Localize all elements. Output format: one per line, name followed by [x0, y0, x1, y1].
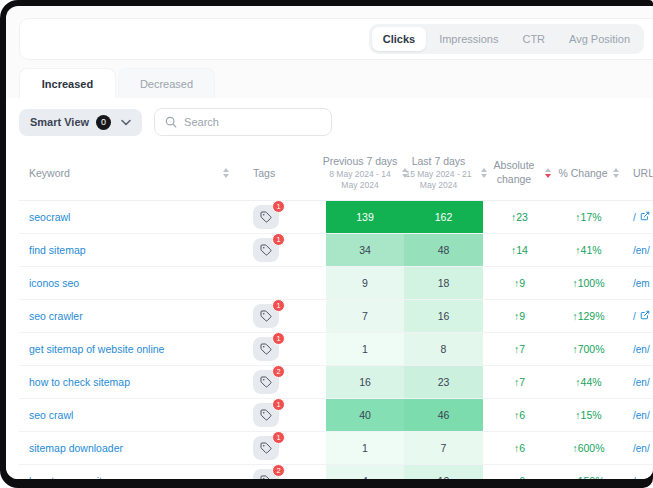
external-link-icon[interactable]: [640, 211, 650, 223]
window-frame: Clicks Impressions CTR Avg Position Incr…: [0, 0, 653, 488]
keyword-link[interactable]: seo crawler: [29, 310, 83, 322]
tag-count-badge: 1: [272, 398, 285, 411]
search-icon: [165, 116, 177, 128]
last-value-cell: 16: [404, 300, 483, 332]
last-value-cell: 8: [404, 333, 483, 365]
keywords-table: Keyword Tags Previous 7 days 8 May 2024 …: [19, 146, 653, 479]
url-link[interactable]: /en/: [633, 443, 650, 454]
tab-impressions[interactable]: Impressions: [428, 27, 509, 51]
last-value-cell: 10: [404, 465, 483, 479]
prev-value-cell: 34: [326, 234, 404, 266]
table-row: find sitemap 1 34 48 ↑14 ↑41% /en/: [19, 234, 653, 267]
url-link[interactable]: /en/: [633, 344, 650, 355]
search-box: [154, 108, 332, 136]
url-link[interactable]: /en/: [633, 410, 650, 421]
table-row: seo crawl 1 40 46 ↑6 ↑15% /en/: [19, 399, 653, 432]
table-row: seo crawler 1 7 16 ↑9 ↑129% /: [19, 300, 653, 333]
tag-count-badge: 2: [272, 365, 285, 378]
tab-ctr[interactable]: CTR: [511, 27, 556, 51]
tab-clicks[interactable]: Clicks: [372, 27, 426, 51]
table-row: sitemap downloader 1 1 7 ↑6 ↑600% /en/: [19, 432, 653, 465]
percent-change-value: ↑17%: [556, 201, 621, 233]
keyword-link[interactable]: iconos seo: [29, 277, 79, 289]
tag-count-badge: 1: [272, 299, 285, 312]
keyword-link[interactable]: find sitemap: [29, 244, 86, 256]
absolute-change-value: ↑23: [483, 201, 556, 233]
keyword-link[interactable]: sitemap downloader: [29, 442, 123, 454]
percent-change-value: ↑700%: [556, 333, 621, 365]
absolute-change-value: ↑6: [483, 399, 556, 431]
table-row: how to see a sitemap 2 4 10 ↑6 ↑150% /en…: [19, 465, 653, 479]
tag-button[interactable]: 1: [253, 205, 279, 229]
tab-avg-position[interactable]: Avg Position: [558, 27, 641, 51]
col-header-absolute-change: Absolute change: [488, 159, 540, 186]
tag-button[interactable]: 1: [253, 304, 279, 328]
percent-change-value: ↑41%: [556, 234, 621, 266]
controls-row: Smart View 0: [19, 108, 653, 136]
url-link[interactable]: /: [633, 311, 636, 322]
col-header-url: URL: [633, 167, 653, 179]
percent-change-value: ↑100%: [556, 267, 621, 299]
tab-decreased[interactable]: Decreased: [118, 68, 215, 98]
metric-selector-card: Clicks Impressions CTR Avg Position: [19, 18, 653, 60]
metric-segmented-control: Clicks Impressions CTR Avg Position: [369, 24, 644, 54]
app-screen: Clicks Impressions CTR Avg Position Incr…: [6, 6, 653, 479]
tag-count-badge: 1: [272, 200, 285, 213]
smart-view-dropdown[interactable]: Smart View 0: [19, 109, 142, 136]
prev-value-cell: 40: [326, 399, 404, 431]
last-value-cell: 7: [404, 432, 483, 464]
tag-count-badge: 1: [272, 233, 285, 246]
search-input[interactable]: [184, 116, 321, 128]
sort-icon-keyword[interactable]: [223, 168, 229, 178]
url-link[interactable]: /en/: [633, 377, 650, 388]
col-header-keyword: Keyword: [29, 167, 70, 179]
tab-increased[interactable]: Increased: [19, 68, 116, 98]
absolute-change-value: ↑6: [483, 465, 556, 479]
absolute-change-value: ↑7: [483, 366, 556, 398]
keyword-link[interactable]: get sitemap of website online: [29, 343, 164, 355]
percent-change-value: ↑44%: [556, 366, 621, 398]
percent-change-value: ↑600%: [556, 432, 621, 464]
prev-value-cell: 9: [326, 267, 404, 299]
url-link[interactable]: /en/: [633, 476, 650, 480]
previous-date-range: 8 May 2024 - 14 May 2024: [322, 169, 398, 191]
prev-value-cell: 1: [326, 333, 404, 365]
tag-button[interactable]: 1: [253, 238, 279, 262]
last-value-cell: 23: [404, 366, 483, 398]
tag-button[interactable]: 2: [253, 469, 279, 479]
url-link[interactable]: /em: [633, 278, 650, 289]
smart-view-count-badge: 0: [96, 115, 111, 130]
percent-change-value: ↑129%: [556, 300, 621, 332]
last-value-cell: 18: [404, 267, 483, 299]
tag-button[interactable]: 1: [253, 337, 279, 361]
percent-change-value: ↑15%: [556, 399, 621, 431]
chevron-down-icon: [121, 119, 131, 126]
url-link[interactable]: /: [633, 212, 636, 223]
smart-view-label: Smart View: [30, 116, 89, 128]
table-header-row: Keyword Tags Previous 7 days 8 May 2024 …: [19, 146, 653, 201]
absolute-change-value: ↑9: [483, 267, 556, 299]
keyword-link[interactable]: how to check sitemap: [29, 376, 130, 388]
keyword-link[interactable]: seo crawl: [29, 409, 73, 421]
sort-icon-absolute-change-active[interactable]: [545, 168, 551, 178]
tag-count-badge: 1: [272, 332, 285, 345]
tag-button[interactable]: 1: [253, 436, 279, 460]
prev-value-cell: 1: [326, 432, 404, 464]
tag-count-badge: 2: [272, 464, 285, 477]
sort-icon-percent-change[interactable]: [613, 168, 619, 178]
absolute-change-value: ↑9: [483, 300, 556, 332]
table-row: get sitemap of website online 1 1 8 ↑7 ↑…: [19, 333, 653, 366]
last-value-cell: 162: [404, 201, 483, 233]
last-date-range: 15 May 2024 - 21 May 2024: [401, 169, 477, 191]
prev-value-cell: 4: [326, 465, 404, 479]
absolute-change-value: ↑14: [483, 234, 556, 266]
last-value-cell: 48: [404, 234, 483, 266]
tag-button[interactable]: 2: [253, 370, 279, 394]
trend-tabs: Increased Decreased: [19, 68, 653, 98]
external-link-icon[interactable]: [640, 310, 650, 322]
keyword-link[interactable]: how to see a sitemap: [29, 475, 128, 479]
tag-button[interactable]: 1: [253, 403, 279, 427]
url-link[interactable]: /en/: [633, 245, 650, 256]
col-header-previous: Previous 7 days: [323, 155, 398, 167]
keyword-link[interactable]: seocrawl: [29, 211, 70, 223]
